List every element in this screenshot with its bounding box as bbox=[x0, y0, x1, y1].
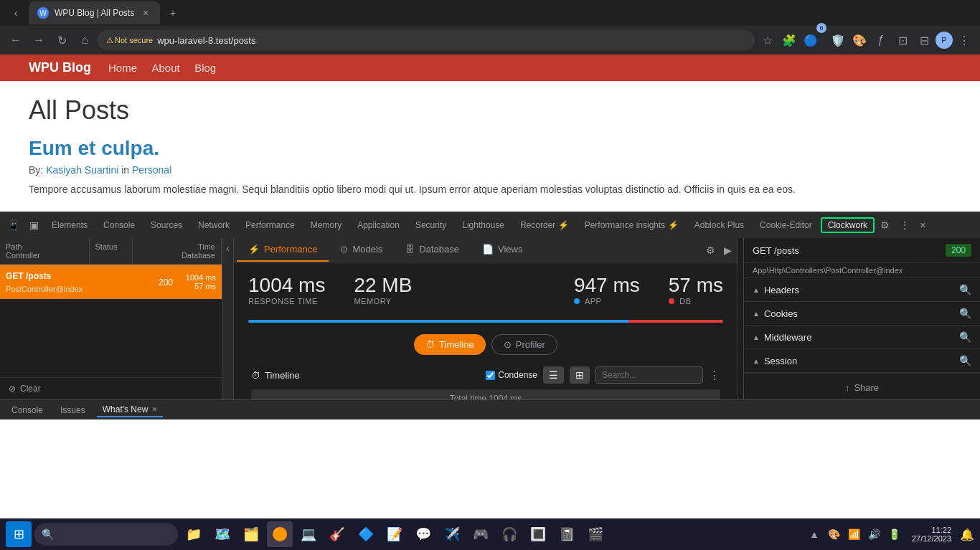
dt-tab-perf-insights[interactable]: Performance insights ⚡ bbox=[578, 217, 686, 233]
dt-tab-cookie-editor[interactable]: Cookie-Editor bbox=[753, 217, 819, 233]
center-scrollbar[interactable] bbox=[738, 238, 743, 399]
devtools-device-icon[interactable]: 📱 bbox=[3, 217, 24, 234]
vivaldi-btn[interactable]: 🎨 bbox=[849, 30, 870, 50]
section-middleware-header[interactable]: ▲ Middleware 🔍 bbox=[744, 326, 980, 349]
devtools-responsive-icon[interactable]: ▣ bbox=[25, 217, 43, 234]
panel-collapse-btn[interactable]: ‹ bbox=[222, 238, 234, 399]
cw-tab-models[interactable]: ⊙ Models bbox=[329, 238, 394, 262]
dt-tab-memory[interactable]: Memory bbox=[303, 217, 349, 233]
dt-tab-console[interactable]: Console bbox=[96, 217, 142, 233]
post-title[interactable]: Eum et culpa. bbox=[29, 137, 951, 160]
dt-tab-network[interactable]: Network bbox=[191, 217, 237, 233]
dt-tab-elements[interactable]: Elements bbox=[44, 217, 95, 233]
taskbar-clock[interactable]: 11:22 27/12/2023 bbox=[906, 526, 957, 543]
nav-blog[interactable]: Blog bbox=[194, 62, 216, 74]
section-session-header[interactable]: ▲ Session 🔍 bbox=[744, 349, 980, 372]
tray-volume[interactable]: 🔊 bbox=[866, 526, 883, 543]
taskbar-app-discord[interactable]: 🎮 bbox=[468, 521, 494, 547]
bottom-tab-whatsnew[interactable]: What's New × bbox=[97, 403, 163, 417]
profiles-btn[interactable]: 🔵 bbox=[801, 30, 821, 50]
extensions2-btn[interactable]: ⊡ bbox=[892, 30, 913, 50]
tray-battery[interactable]: 🔋 bbox=[886, 526, 903, 543]
back-btn[interactable]: ← bbox=[6, 30, 26, 50]
taskbar-app-notion[interactable]: 🔳 bbox=[525, 521, 551, 547]
tab-close-btn[interactable]: × bbox=[140, 7, 151, 19]
sidebar-btn[interactable]: ⊟ bbox=[914, 30, 934, 50]
timeline-icon-btn-2[interactable]: ⊞ bbox=[570, 366, 590, 384]
cw-tab-views[interactable]: 📄 Views bbox=[471, 238, 534, 262]
taskbar-app-explorer[interactable]: 🗂️ bbox=[238, 521, 264, 547]
cw-expand-btn[interactable]: ▶ bbox=[721, 242, 735, 259]
refresh-btn[interactable]: ↻ bbox=[52, 30, 72, 50]
extensions-btn[interactable]: 🧩 bbox=[779, 30, 799, 50]
devtools-close-icon[interactable]: × bbox=[915, 217, 930, 234]
address-bar[interactable]: ⚠ Not secure wpu-laravel-8.test/posts bbox=[98, 30, 755, 50]
dt-tab-recorder[interactable]: Recorder ⚡ bbox=[513, 217, 576, 233]
devtools-more-icon[interactable]: ⋮ bbox=[895, 217, 914, 234]
font-btn[interactable]: ƒ bbox=[871, 30, 891, 50]
menu-btn[interactable]: ⋮ bbox=[954, 30, 974, 50]
tab-prev-btn[interactable]: ‹ bbox=[6, 3, 26, 23]
session-search-icon[interactable]: 🔍 bbox=[959, 355, 971, 366]
dt-tab-security[interactable]: Security bbox=[408, 217, 453, 233]
taskbar-app-vscode[interactable]: 💻 bbox=[296, 521, 321, 547]
dt-tab-sources[interactable]: Sources bbox=[143, 217, 189, 233]
forward-btn[interactable]: → bbox=[29, 30, 49, 50]
dt-tab-lighthouse[interactable]: Lighthouse bbox=[455, 217, 512, 233]
dt-tab-performance[interactable]: Performance bbox=[238, 217, 302, 233]
taskbar: ⊞ 🔍 📁 🗺️ 🗂️ 🟠 💻 🎸 🔷 📝 💬 ✈️ 🎮 🎧 🔳 📓 🎬 ▲ 🎨… bbox=[0, 518, 980, 550]
taskbar-app-notion2[interactable]: 📓 bbox=[554, 521, 580, 547]
whatsnew-close-btn[interactable]: × bbox=[152, 404, 157, 414]
cw-settings-btn[interactable]: ⚙ bbox=[703, 242, 718, 259]
bookmark-btn[interactable]: ☆ bbox=[758, 30, 778, 50]
taskbar-app-git[interactable]: 🎸 bbox=[324, 521, 350, 547]
bottom-tab-issues[interactable]: Issues bbox=[55, 404, 91, 417]
dt-tab-adblock[interactable]: Adblock Plus bbox=[687, 217, 751, 233]
taskbar-app-chrome[interactable]: 🟠 bbox=[267, 521, 293, 547]
taskbar-app-vlc[interactable]: 🎬 bbox=[583, 521, 608, 547]
taskbar-app-spotify[interactable]: 🎧 bbox=[496, 521, 522, 547]
profiler-btn[interactable]: ⊙ Profiler bbox=[491, 334, 557, 355]
dt-tab-clockwork[interactable]: Clockwork bbox=[821, 217, 875, 233]
tray-expand[interactable]: ▲ bbox=[806, 526, 823, 543]
taskbar-app-files[interactable]: 📁 bbox=[181, 521, 207, 547]
headers-search-icon[interactable]: 🔍 bbox=[959, 284, 971, 295]
middleware-search-icon[interactable]: 🔍 bbox=[959, 331, 971, 343]
notification-btn[interactable]: 🔔 bbox=[960, 528, 974, 541]
new-tab-btn[interactable]: + bbox=[163, 3, 183, 23]
condense-checkbox[interactable]: Condense bbox=[486, 370, 537, 380]
cw-tab-performance[interactable]: ⚡ Performance bbox=[237, 238, 329, 262]
share-btn[interactable]: ↑ Share bbox=[845, 382, 879, 393]
shield-btn[interactable]: 🛡️ bbox=[828, 30, 848, 50]
dt-tab-application[interactable]: Application bbox=[350, 217, 407, 233]
taskbar-app-figma[interactable]: 🔷 bbox=[353, 521, 379, 547]
browser-tab[interactable]: W WPU Blog | All Posts × bbox=[29, 1, 160, 24]
condense-input[interactable] bbox=[486, 371, 495, 380]
devtools-settings-icon[interactable]: ⚙ bbox=[876, 217, 894, 234]
timeline-icon-btn-1[interactable]: ☰ bbox=[543, 366, 564, 384]
start-btn[interactable]: ⊞ bbox=[6, 521, 32, 547]
timeline-btn[interactable]: ⏱ Timeline bbox=[414, 334, 486, 355]
post-author[interactable]: Kasiyah Suartini bbox=[46, 164, 118, 176]
post-category[interactable]: Personal bbox=[132, 164, 171, 176]
taskbar-app-maps[interactable]: 🗺️ bbox=[209, 521, 235, 547]
home-btn[interactable]: ⌂ bbox=[75, 30, 95, 50]
taskbar-app-telegram[interactable]: ✈️ bbox=[439, 521, 465, 547]
nav-home[interactable]: Home bbox=[108, 62, 137, 74]
tray-wifi[interactable]: 📶 bbox=[846, 526, 863, 543]
taskbar-app-word[interactable]: 📝 bbox=[382, 521, 407, 547]
cw-request-item[interactable]: GET /posts PostController@index 200 1004… bbox=[0, 265, 222, 299]
taskbar-search[interactable]: 🔍 bbox=[34, 523, 178, 546]
timeline-search-input[interactable] bbox=[595, 366, 703, 384]
nav-about[interactable]: About bbox=[151, 62, 179, 74]
cookies-search-icon[interactable]: 🔍 bbox=[959, 308, 971, 319]
profile-avatar[interactable]: P bbox=[936, 32, 953, 49]
cw-clear-btn[interactable]: ⊘ Clear bbox=[0, 377, 222, 399]
bottom-tab-console[interactable]: Console bbox=[6, 404, 49, 417]
cw-tab-database[interactable]: 🗄 Database bbox=[394, 238, 471, 262]
taskbar-app-whatsapp[interactable]: 💬 bbox=[410, 521, 436, 547]
section-cookies-header[interactable]: ▲ Cookies 🔍 bbox=[744, 302, 980, 325]
timeline-menu-btn[interactable]: ⋮ bbox=[709, 369, 720, 382]
section-headers-header[interactable]: ▲ Headers 🔍 bbox=[744, 278, 980, 301]
tray-vivaldi[interactable]: 🎨 bbox=[826, 526, 843, 543]
